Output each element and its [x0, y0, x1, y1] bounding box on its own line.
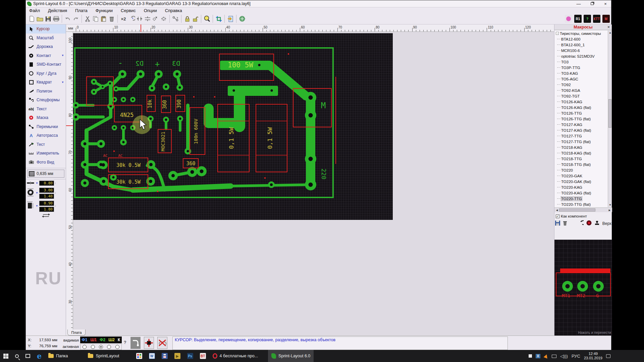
- tool-meas[interactable]: Измеритель: [26, 149, 66, 158]
- scrollbar-thumb[interactable]: [608, 99, 611, 128]
- macro-item[interactable]: TO220-KAG: [554, 184, 608, 190]
- delete-icon[interactable]: [108, 15, 116, 23]
- gear-grid-icon[interactable]: [238, 15, 246, 23]
- swap-values-icon[interactable]: [42, 213, 50, 219]
- smd-width-field[interactable]: [39, 201, 54, 206]
- start-button[interactable]: [0, 350, 12, 362]
- mirror-vertical-icon[interactable]: [144, 15, 152, 23]
- print-button[interactable]: [52, 15, 60, 23]
- macro-item[interactable]: TO220-GAK (flat): [554, 179, 608, 184]
- macro-delete-icon[interactable]: [563, 221, 567, 227]
- macro-tree-root[interactable]: -Тиристоры, симисторы: [554, 31, 608, 36]
- macro-item[interactable]: TO218-KAG: [554, 144, 608, 150]
- menu-item-4[interactable]: Функции: [96, 8, 113, 13]
- macro-item[interactable]: TO3-KAG: [554, 70, 608, 76]
- tool-pad[interactable]: Контакт▼: [26, 51, 66, 60]
- macro-panel-header[interactable]: Макросы ×: [554, 24, 612, 30]
- active-layer-radio-К[interactable]: [115, 345, 119, 349]
- track-width-field[interactable]: [39, 181, 54, 186]
- rotate-button[interactable]: [127, 15, 136, 23]
- macro-preview[interactable]: MT1MT2G Нажать и перенести: [554, 240, 612, 336]
- as-component-checkbox[interactable]: ✓: [556, 215, 559, 218]
- avast-tray-icon[interactable]: [543, 354, 548, 358]
- layer-toggle-Ф2[interactable]: Ф2: [100, 338, 105, 342]
- notification-center-icon[interactable]: [606, 354, 610, 358]
- layer-toggle-Ш2[interactable]: Ш2: [108, 338, 115, 342]
- taskbar-folder2[interactable]: SprintLayout: [85, 350, 122, 362]
- language-indicator[interactable]: РУС: [572, 354, 580, 359]
- store-icon[interactable]: [133, 350, 146, 362]
- task-view-icon[interactable]: [22, 350, 34, 362]
- zoom-icon[interactable]: [203, 15, 211, 23]
- clock[interactable]: 12:4923.01.2019: [584, 352, 602, 360]
- tool-dropdown-icon[interactable]: ▼: [61, 54, 64, 57]
- tool-poly[interactable]: Полигон: [26, 87, 66, 96]
- minimize-button[interactable]: —: [574, 1, 583, 6]
- tool-dropdown-icon[interactable]: ▼: [61, 81, 64, 84]
- volume-tray-icon[interactable]: ◁))): [560, 354, 568, 359]
- undo-icon[interactable]: [64, 15, 72, 23]
- paste-icon[interactable]: [100, 15, 108, 23]
- active-layer-radio-Ш2[interactable]: [107, 345, 111, 349]
- menu-item-1[interactable]: Файл: [29, 8, 40, 13]
- tool-magn[interactable]: Масштаб: [26, 34, 66, 43]
- title-bar[interactable]: Sprint-Layout 6.0 - [C:\Users\ДУНИС\Desk…: [26, 0, 611, 7]
- macro-item[interactable]: TO218-KAG (flat): [554, 150, 608, 156]
- stop-tray-icon[interactable]: [529, 354, 532, 358]
- no-connect-button[interactable]: [157, 337, 167, 349]
- save-app-icon[interactable]: [158, 350, 171, 362]
- redo-icon[interactable]: [72, 15, 80, 23]
- tool-trace[interactable]: Дорожка: [26, 42, 66, 51]
- edge-icon[interactable]: e: [34, 350, 45, 362]
- macro-item[interactable]: TO92-KGA: [554, 87, 608, 93]
- macro-item[interactable]: TO3P-TTG: [554, 65, 608, 70]
- menu-item-6[interactable]: Опции: [144, 8, 157, 13]
- macro-item[interactable]: MCR100-6: [554, 48, 608, 53]
- duplicate-x2-button[interactable]: ×2: [119, 15, 127, 23]
- tool-mask[interactable]: Маска: [26, 113, 66, 122]
- macro-item[interactable]: TO127-TTG: [554, 133, 608, 139]
- macro-item[interactable]: TO126-TTG (flat): [554, 116, 608, 122]
- macro-item[interactable]: TO92: [554, 82, 608, 87]
- crop-icon[interactable]: [215, 15, 223, 23]
- smd-height-field[interactable]: [39, 207, 54, 212]
- macro-item[interactable]: TO127-TTG (flat): [554, 139, 608, 144]
- menu-item-2[interactable]: Действия: [48, 8, 67, 13]
- scroll-down-icon[interactable]: ▼: [609, 203, 611, 206]
- macro-horizontal-scrollbar[interactable]: ◄ ►: [554, 207, 612, 212]
- macro-stamp-icon[interactable]: [594, 221, 600, 227]
- tool-text[interactable]: ab|Текст: [26, 105, 66, 114]
- pad-size-dropdown[interactable]: ▼: [36, 191, 38, 194]
- taskbar-folder1[interactable]: Папка: [45, 350, 71, 362]
- scrollbar-thumb[interactable]: [559, 208, 595, 212]
- macro-item[interactable]: TO220-TTG: [554, 196, 608, 201]
- tool-smd[interactable]: SMD-Контакт: [26, 60, 66, 69]
- metall-button[interactable]: М: [602, 15, 610, 23]
- layer-visibility-box[interactable]: Ф1Ш1Ф2Ш2К: [80, 337, 122, 343]
- pad-inner-field[interactable]: [39, 194, 54, 199]
- lock-icon[interactable]: [183, 15, 191, 23]
- macro-item[interactable]: TO220-TTG (flat): [554, 201, 608, 207]
- word-icon[interactable]: W: [146, 350, 158, 362]
- new-file-button[interactable]: [28, 15, 36, 23]
- macro-item[interactable]: TO3: [554, 59, 608, 65]
- tool-auto[interactable]: AАвтотрасса: [26, 131, 66, 140]
- macro-record-icon[interactable]: [586, 220, 592, 227]
- pcb-canvas[interactable]: -D2+D3100 5WM2204N2510k360390100n 600VMO…: [73, 33, 393, 220]
- media-app-icon[interactable]: ▶: [171, 350, 184, 362]
- crosshair-button[interactable]: [144, 337, 154, 349]
- macro-item[interactable]: TO218-TTG (flat): [554, 162, 608, 167]
- macro-item[interactable]: BTA12-600_1: [554, 42, 608, 48]
- board-side-label[interactable]: Верх: [602, 221, 611, 226]
- macro-item[interactable]: TO218-TTG: [554, 156, 608, 162]
- align-icon[interactable]: [152, 15, 160, 23]
- save-button[interactable]: [44, 15, 52, 23]
- macro-item[interactable]: TO127-KAG: [554, 122, 608, 127]
- macro-item[interactable]: TO126-TTG: [554, 110, 608, 116]
- macro-item[interactable]: BTA12-600: [554, 36, 608, 42]
- macro-dot-icon[interactable]: [565, 15, 572, 23]
- macro-rotate-icon[interactable]: [578, 220, 584, 227]
- network-tray-icon[interactable]: [552, 355, 556, 358]
- layer-help[interactable]: ?: [124, 340, 126, 345]
- layer-toggle-Ш1[interactable]: Ш1: [91, 338, 97, 342]
